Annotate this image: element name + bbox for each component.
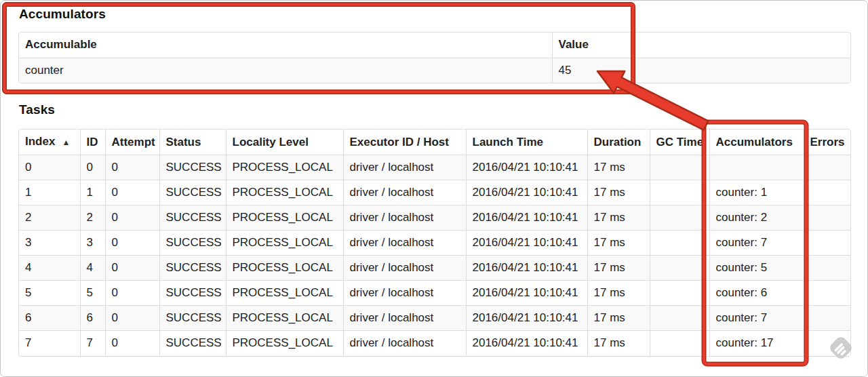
table-cell: counter: 2 bbox=[709, 205, 804, 231]
table-cell: SUCCESS bbox=[159, 281, 226, 306]
table-cell: 2016/04/21 10:10:41 bbox=[466, 331, 587, 356]
column-header-accumulators[interactable]: Accumulators bbox=[709, 130, 804, 155]
table-cell: 2 bbox=[19, 205, 80, 231]
table-cell bbox=[804, 256, 851, 281]
table-cell: 2016/04/21 10:10:41 bbox=[466, 256, 587, 281]
table-cell bbox=[804, 155, 851, 180]
table-cell: SUCCESS bbox=[159, 331, 226, 356]
table-cell: 7 bbox=[80, 331, 105, 356]
column-header-index[interactable]: Index▲ bbox=[19, 130, 80, 155]
table-cell: PROCESS_LOCAL bbox=[226, 281, 343, 306]
table-header-row: Index▲ ID Attempt Status Locality Level … bbox=[19, 130, 851, 155]
table-cell: 0 bbox=[105, 256, 159, 281]
table-cell: PROCESS_LOCAL bbox=[226, 231, 343, 256]
table-cell bbox=[709, 155, 804, 180]
table-cell: 6 bbox=[19, 306, 80, 331]
table-cell: 17 ms bbox=[587, 256, 650, 281]
table-cell: 17 ms bbox=[587, 205, 650, 231]
table-cell: 7 bbox=[19, 331, 80, 356]
table-cell bbox=[804, 205, 851, 231]
table-cell bbox=[650, 180, 709, 205]
table-cell: 5 bbox=[19, 281, 80, 306]
table-cell: counter bbox=[19, 58, 552, 83]
spark-stage-page: Accumulators Accumulable Value counter45… bbox=[0, 0, 868, 377]
table-cell: 2016/04/21 10:10:41 bbox=[466, 205, 587, 231]
table-cell: driver / localhost bbox=[343, 180, 466, 205]
table-cell: SUCCESS bbox=[159, 256, 226, 281]
table-cell: 0 bbox=[105, 231, 159, 256]
column-header-locality-level[interactable]: Locality Level bbox=[226, 130, 343, 155]
table-cell: 0 bbox=[80, 155, 105, 180]
table-cell: SUCCESS bbox=[159, 180, 226, 205]
table-cell bbox=[650, 306, 709, 331]
table-row: 770SUCCESSPROCESS_LOCALdriver / localhos… bbox=[19, 331, 851, 356]
table-cell: 3 bbox=[80, 231, 105, 256]
table-cell: counter: 7 bbox=[709, 231, 804, 256]
column-header-errors[interactable]: Errors bbox=[804, 130, 851, 155]
tasks-table: Index▲ ID Attempt Status Locality Level … bbox=[18, 129, 851, 357]
table-cell: 0 bbox=[105, 155, 159, 180]
table-cell: 1 bbox=[19, 180, 80, 205]
table-cell: 3 bbox=[19, 231, 80, 256]
table-cell bbox=[650, 205, 709, 231]
table-cell: driver / localhost bbox=[343, 281, 466, 306]
table-cell: PROCESS_LOCAL bbox=[226, 155, 343, 180]
column-header-launch-time[interactable]: Launch Time bbox=[466, 130, 587, 155]
column-header-duration[interactable]: Duration bbox=[587, 130, 650, 155]
column-header-value: Value bbox=[552, 33, 851, 58]
table-cell: counter: 1 bbox=[709, 180, 804, 205]
table-cell bbox=[650, 281, 709, 306]
table-cell: 45 bbox=[552, 58, 851, 83]
table-cell: 0 bbox=[105, 205, 159, 231]
table-cell: 0 bbox=[105, 306, 159, 331]
table-row: 440SUCCESSPROCESS_LOCALdriver / localhos… bbox=[19, 256, 851, 281]
table-cell bbox=[650, 231, 709, 256]
table-cell: PROCESS_LOCAL bbox=[226, 256, 343, 281]
table-cell: 1 bbox=[80, 180, 105, 205]
table-cell: 17 ms bbox=[587, 281, 650, 306]
table-cell: counter: 6 bbox=[709, 281, 804, 306]
column-header-attempt[interactable]: Attempt bbox=[105, 130, 159, 155]
column-header-gc-time[interactable]: GC Time bbox=[650, 130, 709, 155]
table-header-row: Accumulable Value bbox=[19, 33, 851, 58]
table-cell: driver / localhost bbox=[343, 331, 466, 356]
table-cell: 17 ms bbox=[587, 155, 650, 180]
table-cell: counter: 17 bbox=[709, 331, 804, 356]
table-row: 550SUCCESSPROCESS_LOCALdriver / localhos… bbox=[19, 281, 851, 306]
table-cell: 2016/04/21 10:10:41 bbox=[466, 155, 587, 180]
table-row: counter45 bbox=[19, 58, 851, 83]
column-header-label: Index bbox=[25, 135, 55, 148]
sort-ascending-icon: ▲ bbox=[62, 138, 70, 147]
column-header-executor-id-host[interactable]: Executor ID / Host bbox=[343, 130, 466, 155]
table-row: 330SUCCESSPROCESS_LOCALdriver / localhos… bbox=[19, 231, 851, 256]
table-cell bbox=[650, 331, 709, 356]
table-cell: 0 bbox=[19, 155, 80, 180]
table-cell: driver / localhost bbox=[343, 256, 466, 281]
table-cell bbox=[804, 180, 851, 205]
table-cell: driver / localhost bbox=[343, 231, 466, 256]
column-header-id[interactable]: ID bbox=[80, 130, 105, 155]
table-row: 660SUCCESSPROCESS_LOCALdriver / localhos… bbox=[19, 306, 851, 331]
table-cell: PROCESS_LOCAL bbox=[226, 205, 343, 231]
table-cell bbox=[804, 231, 851, 256]
table-cell: 17 ms bbox=[587, 331, 650, 356]
accumulators-table: Accumulable Value counter45 bbox=[18, 32, 851, 83]
table-row: 110SUCCESSPROCESS_LOCALdriver / localhos… bbox=[19, 180, 851, 205]
table-cell: driver / localhost bbox=[343, 205, 466, 231]
table-cell: 0 bbox=[105, 281, 159, 306]
accumulators-section-heading: Accumulators bbox=[19, 7, 106, 22]
table-cell: PROCESS_LOCAL bbox=[226, 331, 343, 356]
table-cell: 2016/04/21 10:10:41 bbox=[466, 306, 587, 331]
column-header-status[interactable]: Status bbox=[159, 130, 226, 155]
table-cell: counter: 5 bbox=[709, 256, 804, 281]
table-cell: 0 bbox=[105, 331, 159, 356]
table-cell: 4 bbox=[19, 256, 80, 281]
table-cell: SUCCESS bbox=[159, 231, 226, 256]
table-cell: SUCCESS bbox=[159, 155, 226, 180]
table-cell: 2016/04/21 10:10:41 bbox=[466, 180, 587, 205]
table-cell bbox=[650, 155, 709, 180]
table-cell: 6 bbox=[80, 306, 105, 331]
table-row: 220SUCCESSPROCESS_LOCALdriver / localhos… bbox=[19, 205, 851, 231]
table-cell: counter: 7 bbox=[709, 306, 804, 331]
table-cell: 2 bbox=[80, 205, 105, 231]
